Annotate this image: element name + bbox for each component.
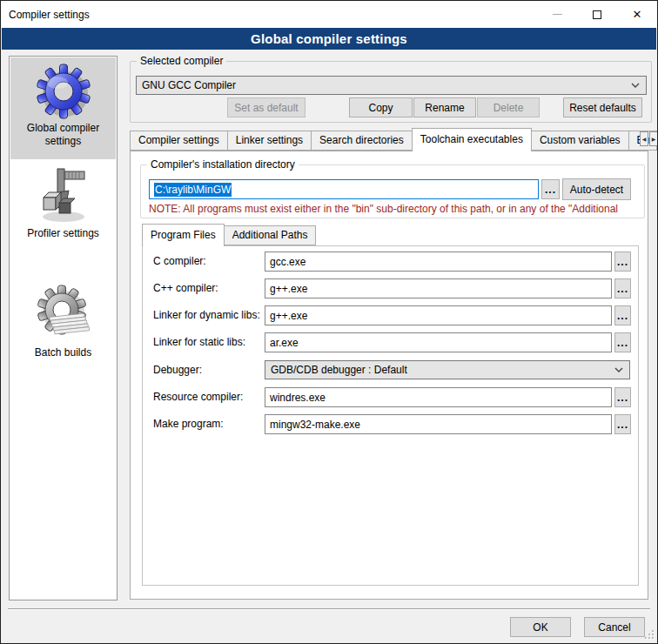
installation-directory-group-label: Compiler's installation directory <box>147 158 299 171</box>
footer-divider <box>8 608 650 610</box>
close-button[interactable]: ✕ <box>617 1 657 28</box>
sidebar-item-profiler-settings[interactable]: Profiler settings <box>10 161 116 257</box>
minimize-button[interactable] <box>537 1 577 28</box>
sidebar: Global compiler settings <box>9 56 118 600</box>
tab-search-directories[interactable]: Search directories <box>311 131 413 151</box>
tab-linker-settings[interactable]: Linker settings <box>227 131 312 151</box>
make-program-browse-button[interactable]: ... <box>614 414 631 434</box>
sidebar-item-label: Global compiler settings <box>10 122 116 148</box>
minimize-icon <box>553 14 562 15</box>
cancel-button[interactable]: Cancel <box>584 617 645 637</box>
caliper-icon <box>36 166 91 225</box>
maximize-icon <box>593 10 601 19</box>
compiler-tabs: Compiler settings Linker settings Search… <box>130 131 656 151</box>
cpp-compiler-input[interactable]: g++.exe <box>265 278 612 299</box>
cpp-compiler-browse-button[interactable]: ... <box>614 278 631 299</box>
delete-button[interactable]: Delete <box>477 97 540 117</box>
subtab-program-files[interactable]: Program Files <box>142 224 225 246</box>
c-compiler-browse-button[interactable]: ... <box>614 252 631 272</box>
sidebar-item-label: Profiler settings <box>10 227 116 240</box>
window-title: Compiler settings <box>9 9 90 21</box>
selected-compiler-combo[interactable]: GNU GCC Compiler <box>136 76 647 95</box>
rename-button[interactable]: Rename <box>413 97 476 117</box>
titlebar: Compiler settings ✕ <box>1 1 657 28</box>
selected-compiler-value: GNU GCC Compiler <box>142 79 236 91</box>
c-compiler-label: C compiler: <box>153 255 206 267</box>
tab-compiler-settings[interactable]: Compiler settings <box>130 131 228 151</box>
linker-static-label: Linker for static libs: <box>153 336 245 348</box>
tab-custom-variables[interactable]: Custom variables <box>531 131 629 151</box>
sidebar-item-label: Batch builds <box>10 346 116 359</box>
tab-scroll-right-icon: ▶ <box>652 136 656 142</box>
linker-dynamic-browse-button[interactable]: ... <box>614 305 631 325</box>
cpp-compiler-label: C++ compiler: <box>153 282 218 294</box>
resize-grip[interactable] <box>645 630 654 639</box>
debugger-combo[interactable]: GDB/CDB debugger : Default <box>265 360 630 379</box>
linker-static-input[interactable]: ar.exe <box>265 332 612 352</box>
set-as-default-button[interactable]: Set as default <box>227 97 306 117</box>
copy-button[interactable]: Copy <box>349 97 413 117</box>
installation-directory-note: NOTE: All programs must exist either in … <box>149 203 641 215</box>
maximize-button[interactable] <box>577 1 617 28</box>
selected-compiler-group-label: Selected compiler <box>137 55 226 67</box>
make-program-input[interactable]: mingw32-make.exe <box>265 414 612 434</box>
compiler-settings-dialog: Compiler settings ✕ Global compiler sett… <box>0 0 658 644</box>
c-compiler-input[interactable]: gcc.exe <box>265 252 612 272</box>
tab-toolchain-executables[interactable]: Toolchain executables <box>412 128 532 151</box>
debugger-label: Debugger: <box>153 364 202 376</box>
linker-dynamic-input[interactable]: g++.exe <box>265 305 612 325</box>
installation-directory-browse-button[interactable]: ... <box>541 179 560 199</box>
ok-button[interactable]: OK <box>510 617 571 637</box>
close-icon: ✕ <box>633 9 642 20</box>
resource-compiler-browse-button[interactable]: ... <box>614 387 631 407</box>
auto-detect-button[interactable]: Auto-detect <box>562 178 631 200</box>
gray-gear-papers-icon <box>35 284 92 345</box>
tab-scroll-left-button[interactable]: ◀ <box>640 131 648 146</box>
program-files-tabs: Program Files Additional Paths <box>142 225 315 245</box>
linker-static-browse-button[interactable]: ... <box>614 332 631 352</box>
tab-scroll-left-icon: ◀ <box>642 136 647 142</box>
subtab-additional-paths[interactable]: Additional Paths <box>224 225 317 245</box>
blue-gear-icon <box>35 63 92 120</box>
dialog-banner: Global compiler settings <box>2 28 656 50</box>
sidebar-item-global-compiler-settings[interactable]: Global compiler settings <box>10 57 116 159</box>
installation-directory-input[interactable]: C:\raylib\MinGW <box>149 179 539 199</box>
tab-scroll-right-button[interactable]: ▶ <box>649 131 658 146</box>
sidebar-item-batch-builds[interactable]: Batch builds <box>10 278 116 366</box>
reset-defaults-button[interactable]: Reset defaults <box>563 97 642 117</box>
installation-directory-value: C:\raylib\MinGW <box>154 183 232 197</box>
chevron-down-icon <box>614 367 623 372</box>
banner-title: Global compiler settings <box>251 31 407 46</box>
resource-compiler-input[interactable]: windres.exe <box>265 387 612 407</box>
linker-dynamic-label: Linker for dynamic libs: <box>153 309 260 321</box>
chevron-down-icon <box>631 83 640 88</box>
resource-compiler-label: Resource compiler: <box>153 391 243 403</box>
make-program-label: Make program: <box>153 418 224 430</box>
